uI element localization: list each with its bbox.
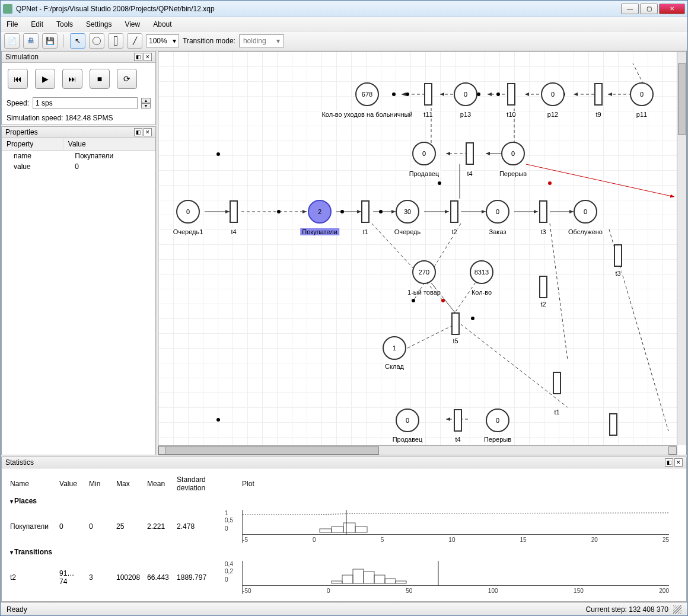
- chevron-down-icon[interactable]: ▾: [141, 103, 151, 108]
- section-transitions[interactable]: Transitions: [7, 545, 56, 558]
- col-value[interactable]: Value: [63, 138, 155, 151]
- transition-t4a[interactable]: [466, 142, 474, 165]
- zoom-combo[interactable]: 100%▾: [146, 34, 179, 47]
- print-button[interactable]: 🖶: [23, 33, 39, 49]
- canvas[interactable]: 678 Кол-во уходов на больничный t11 0 p1…: [158, 51, 687, 455]
- stop-button[interactable]: ■: [90, 69, 110, 89]
- transition-label: t11: [422, 111, 434, 118]
- undock-icon[interactable]: ◧: [134, 128, 142, 136]
- scroll-right-arrow[interactable]: [668, 446, 677, 455]
- properties-panel-header[interactable]: Properties ◧ ✕: [2, 127, 155, 138]
- prop-key: value: [2, 161, 63, 172]
- place-order[interactable]: 0: [486, 200, 509, 224]
- chevron-up-icon[interactable]: ▴: [141, 98, 151, 103]
- resize-grip[interactable]: [673, 605, 681, 614]
- reset-button[interactable]: ⟳: [117, 69, 137, 89]
- transition-t1[interactable]: [361, 200, 370, 223]
- place-served[interactable]: 0: [574, 200, 597, 224]
- menu-view[interactable]: View: [122, 19, 142, 30]
- statistics-panel-header[interactable]: Statistics ◧ ✕: [2, 457, 686, 468]
- col-property[interactable]: Property: [2, 138, 63, 151]
- col-min[interactable]: Min: [85, 473, 113, 494]
- col-value[interactable]: Value: [56, 473, 85, 494]
- transition-t5[interactable]: [451, 312, 460, 335]
- place-break2[interactable]: 0: [486, 408, 509, 432]
- play-button[interactable]: ▶: [35, 69, 55, 89]
- table-row[interactable]: t2 91…74 3 100208 66.443 1889.797 0,40,2…: [7, 558, 681, 596]
- table-row[interactable]: value 0: [2, 161, 155, 172]
- scrollbar-horizontal[interactable]: [158, 445, 677, 455]
- transition-t1b[interactable]: [553, 372, 561, 394]
- place-item1[interactable]: 270: [412, 260, 436, 284]
- place-tool[interactable]: [89, 33, 104, 49]
- section-places[interactable]: Places: [7, 494, 56, 508]
- undock-icon[interactable]: ◧: [134, 53, 142, 61]
- col-max[interactable]: Max: [113, 473, 144, 494]
- save-button[interactable]: 💾: [42, 33, 58, 49]
- pointer-tool[interactable]: ↖: [70, 33, 85, 49]
- close-icon[interactable]: ✕: [144, 53, 152, 61]
- scrollbar-vertical[interactable]: [677, 52, 686, 445]
- status-ready: Ready: [7, 605, 27, 614]
- table-row[interactable]: Покупатели 0 0 25 2.221 2.478 10,50: [7, 508, 681, 545]
- maximize-button[interactable]: ▢: [640, 4, 658, 14]
- menu-file[interactable]: File: [4, 19, 20, 30]
- transition-t2b[interactable]: [539, 276, 547, 298]
- transition-t10[interactable]: [507, 83, 515, 106]
- speed-spinner[interactable]: ▴▾: [141, 98, 151, 108]
- sim-buttons: ⏮ ▶ ⏭ ■ ⟳: [2, 63, 155, 95]
- col-name[interactable]: Name: [7, 473, 56, 494]
- app-icon: [3, 4, 12, 14]
- transition-mode-combo[interactable]: holding▾: [239, 34, 284, 47]
- svg-rect-54: [374, 575, 385, 583]
- transition-tool[interactable]: [108, 33, 123, 49]
- transition-t4c[interactable]: [454, 409, 462, 432]
- place-queue[interactable]: 30: [396, 200, 419, 224]
- menu-tools[interactable]: Tools: [54, 19, 75, 30]
- place-p11[interactable]: 0: [630, 82, 654, 106]
- transition-partial[interactable]: [609, 413, 617, 436]
- place-qty[interactable]: 8313: [470, 260, 493, 284]
- place-queue1[interactable]: 0: [176, 200, 200, 224]
- menu-about[interactable]: About: [151, 19, 174, 30]
- new-button[interactable]: 📄: [4, 33, 20, 49]
- close-icon[interactable]: ✕: [144, 128, 152, 136]
- col-mean[interactable]: Mean: [144, 473, 173, 494]
- col-sd[interactable]: Standard deviation: [173, 473, 238, 494]
- table-row[interactable]: name Покупатели: [2, 151, 155, 162]
- simulation-panel-header[interactable]: Simulation ◧ ✕: [2, 52, 155, 63]
- place-p13[interactable]: 0: [454, 82, 477, 106]
- step-forward-button[interactable]: ⏭: [62, 69, 82, 89]
- minimize-button[interactable]: —: [621, 4, 639, 14]
- left-column: Simulation ◧ ✕ ⏮ ▶ ⏭ ■ ⟳ Speed: ▴▾: [1, 50, 157, 456]
- place-seller[interactable]: 0: [412, 142, 436, 165]
- transition-t4b[interactable]: [230, 200, 238, 223]
- place-678[interactable]: 678: [355, 82, 379, 106]
- place-seller2[interactable]: 0: [396, 408, 419, 432]
- transition-t11[interactable]: [424, 83, 432, 106]
- simulation-panel: Simulation ◧ ✕ ⏮ ▶ ⏭ ■ ⟳ Speed: ▴▾: [1, 51, 156, 125]
- transition-t3a[interactable]: [539, 200, 547, 223]
- place-p12[interactable]: 0: [541, 82, 565, 106]
- transition-t2[interactable]: [450, 200, 458, 223]
- place-break[interactable]: 0: [501, 142, 525, 165]
- transition-t3b[interactable]: [614, 244, 622, 267]
- arc-tool[interactable]: ╱: [127, 33, 142, 49]
- col-plot[interactable]: Plot: [238, 473, 681, 494]
- prop-val: 0: [63, 161, 155, 172]
- transition-t9[interactable]: [594, 83, 603, 106]
- scrollbar-thumb[interactable]: [165, 446, 379, 455]
- window: QPNet - F:/projs/Visual Studio 2008/Proj…: [0, 0, 688, 616]
- undock-icon[interactable]: ◧: [665, 458, 673, 467]
- step-back-button[interactable]: ⏮: [8, 69, 28, 89]
- close-icon[interactable]: ✕: [674, 458, 683, 467]
- place-store[interactable]: 1: [383, 336, 406, 360]
- menu-settings[interactable]: Settings: [84, 19, 114, 30]
- close-button[interactable]: ✕: [659, 4, 685, 14]
- speed-input[interactable]: [33, 97, 138, 109]
- scrollbar-thumb[interactable]: [678, 63, 686, 135]
- place-buyers[interactable]: 2: [308, 200, 332, 224]
- panel-title: Properties: [5, 128, 133, 136]
- skip-forward-icon: ⏭: [68, 74, 77, 84]
- menu-edit[interactable]: Edit: [28, 19, 46, 30]
